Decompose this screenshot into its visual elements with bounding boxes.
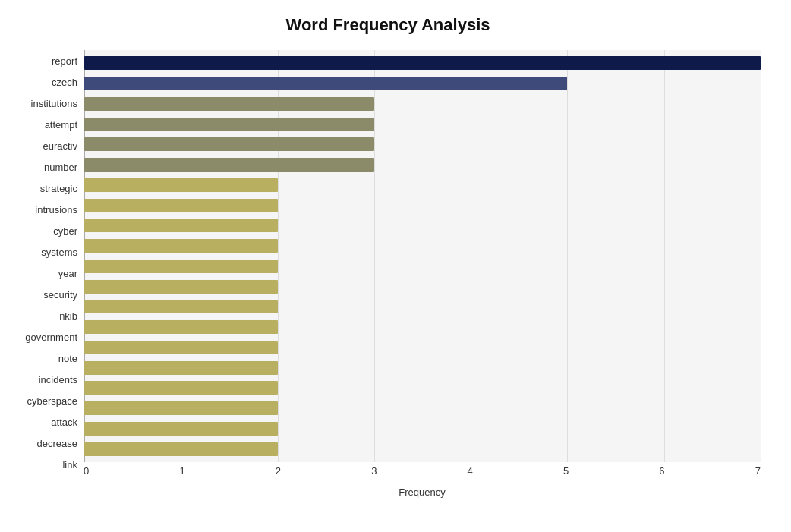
bar [84,361,278,375]
bar [84,341,278,354]
bars-wrapper [84,50,761,462]
x-tick: 0 [84,465,89,477]
y-label: year [58,263,77,283]
bar [84,422,278,436]
bar [84,199,278,212]
bar-row [84,441,761,458]
grid-line [761,50,761,462]
x-tick: 2 [276,465,281,477]
bar-row [84,75,761,92]
bar [84,97,374,111]
bar [84,260,278,273]
bar [84,320,278,334]
x-axis-label: Frequency [84,486,761,498]
y-label: euractiv [43,136,77,156]
bar [84,239,278,253]
bar-row [84,379,761,396]
bar-row [84,238,761,254]
bar-row [84,156,761,173]
y-label: number [44,157,77,177]
bar [84,56,761,70]
bar-row [84,400,761,417]
x-tick: 1 [179,465,184,477]
bar [84,280,278,294]
y-label: security [43,285,77,304]
bar-row [84,279,761,295]
y-label: strategic [40,178,77,198]
y-label: note [58,348,77,368]
bar [84,178,278,192]
y-label: report [52,51,77,71]
y-labels: reportczechinstitutionsattempteuractivnu… [15,50,84,498]
x-tick: 3 [371,465,377,477]
y-label: government [25,327,77,347]
bar [84,300,278,313]
bar-row [84,258,761,275]
bar-row [84,298,761,315]
x-tick: 4 [468,465,473,477]
bar [84,219,278,232]
y-label: incidents [39,370,77,389]
bar-row [84,116,761,133]
y-label: decrease [37,433,77,453]
bar [84,137,374,151]
x-tick: 5 [563,465,569,477]
y-label: institutions [31,93,77,113]
x-ticks: 01234567 [84,462,761,477]
chart-title: Word Frequency Analysis [15,15,761,35]
bar-row [84,197,761,214]
bar [84,77,567,90]
bar-row [84,136,761,153]
y-label: systems [41,242,77,262]
y-label: attempt [45,115,77,134]
bar-row [84,55,761,71]
bar-row [84,360,761,376]
bar [84,118,374,131]
y-label: czech [52,72,77,92]
x-tick: 7 [755,465,761,477]
x-axis: 01234567 [84,462,761,485]
chart-container: Word Frequency Analysis reportczechinsti… [0,0,791,532]
y-label: attack [51,412,77,432]
bar-row [84,177,761,194]
bar [84,442,278,456]
y-label: cyberspace [27,391,77,411]
grid-and-bars [84,50,761,462]
bar-row [84,217,761,234]
bar-row [84,420,761,437]
bar [84,381,278,395]
y-label: link [62,455,77,474]
y-label: intrusions [35,200,77,219]
y-label: nkib [59,306,77,326]
plot-area: 01234567 Frequency [84,50,761,498]
bar-row [84,319,761,335]
bar-row [84,96,761,112]
chart-area: reportczechinstitutionsattempteuractivnu… [15,50,761,498]
y-label: cyber [53,221,77,241]
bar [84,401,278,415]
bar [84,158,374,172]
x-tick: 6 [659,465,664,477]
bar-row [84,339,761,356]
